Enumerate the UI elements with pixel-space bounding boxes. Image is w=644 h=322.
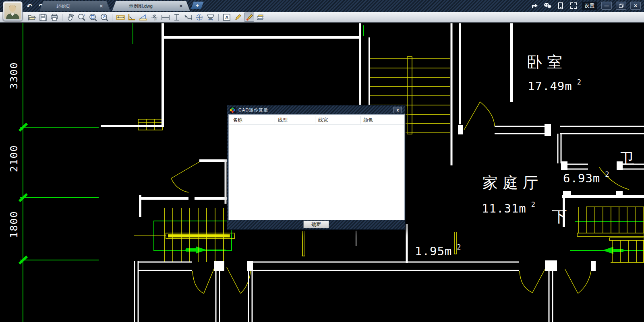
user-avatar[interactable] — [3, 1, 23, 21]
tab-close-icon[interactable]: ✕ — [99, 4, 103, 9]
dimension-label: 1800 — [8, 208, 20, 241]
wechat-icon[interactable] — [543, 1, 552, 10]
text-button[interactable]: A — [222, 12, 232, 22]
svg-text:±: ± — [83, 13, 85, 17]
column-divider — [315, 116, 315, 124]
layer-manager-dialog: CAD迷你算量 x 名称 线型 线宽 颜色 确定 — [227, 105, 406, 230]
zoom-window-button[interactable] — [88, 12, 98, 22]
back-arrow-icon[interactable]: ↶ — [25, 2, 34, 10]
svg-text:A: A — [225, 14, 229, 20]
toolbar: ± Y A — [0, 12, 644, 23]
layers-button[interactable] — [255, 12, 265, 22]
titlebar: ↶ ↷ 起始页 ✕ 示例图.dwg ✕ + 设置 — ✕ — [0, 0, 644, 12]
dimension-label: 2100 — [8, 142, 20, 175]
tab-start-page[interactable]: 起始页 ✕ — [39, 1, 110, 11]
measure-angle-button[interactable] — [126, 12, 137, 22]
settings-button[interactable]: 设置 — [582, 2, 597, 10]
dialog-footer: 确定 — [227, 219, 405, 229]
tab-label: 起始页 — [56, 3, 70, 9]
room-area-bedroom: 17.49m2 — [528, 78, 582, 93]
dialog-title: CAD迷你算量 — [238, 107, 268, 113]
column-divider — [360, 116, 360, 124]
stair-arrows — [186, 246, 623, 254]
print-button[interactable] — [49, 12, 59, 22]
count-button[interactable] — [205, 12, 215, 22]
column-lineweight: 线宽 — [318, 117, 328, 124]
stair-down-label: 下 — [552, 206, 567, 227]
brush-button[interactable] — [244, 12, 254, 22]
measure-area-button[interactable] — [138, 12, 148, 22]
room-label-family-hall: 家庭厅 — [482, 173, 543, 193]
room-area-tiny: 1.95m2 — [415, 243, 462, 258]
room-label-bedroom: 卧室 — [527, 52, 567, 72]
minimize-button[interactable]: — — [601, 2, 612, 10]
new-tab-button[interactable]: + — [191, 2, 204, 9]
app-logo-icon — [230, 107, 236, 113]
zoom-in-out-button[interactable]: ± — [77, 12, 87, 22]
column-divider — [275, 116, 275, 124]
tab-drawing-file[interactable]: 示例图.dwg ✕ — [112, 1, 190, 11]
column-name: 名称 — [233, 117, 242, 124]
fullscreen-icon[interactable] — [569, 1, 578, 10]
dimension-vertical-button[interactable] — [172, 12, 182, 22]
pencil-button[interactable] — [233, 12, 243, 22]
open-button[interactable] — [27, 12, 37, 22]
toolbar-separator — [62, 14, 62, 21]
room-area-small: 6.93m2 — [563, 170, 610, 185]
ok-button[interactable]: 确定 — [303, 221, 329, 228]
save-button[interactable] — [38, 12, 48, 22]
dimension-horizontal-button[interactable] — [160, 12, 170, 22]
column-linetype: 线型 — [278, 117, 288, 124]
dialog-titlebar[interactable]: CAD迷你算量 — [227, 105, 405, 114]
pan-button[interactable] — [65, 12, 75, 22]
measure-coordinate-button[interactable]: Y — [149, 12, 159, 22]
zoom-extents-button[interactable] — [99, 12, 109, 22]
layer-table-header: 名称 线型 线宽 颜色 — [229, 115, 404, 125]
tab-label: 示例图.dwg — [129, 3, 153, 9]
mobile-icon[interactable] — [556, 1, 565, 10]
svg-text:Y: Y — [155, 18, 157, 21]
avatar-image — [4, 3, 21, 19]
toolbar-separator — [112, 14, 112, 21]
toolbar-separator — [218, 14, 219, 21]
dialog-body: 名称 线型 线宽 颜色 — [228, 114, 405, 220]
dialog-close-button[interactable]: x — [393, 107, 402, 113]
bathroom-label: 卫 — [619, 149, 634, 169]
center-mark-button[interactable] — [194, 12, 204, 22]
tab-close-icon[interactable]: ✕ — [179, 4, 183, 9]
dimension-label: 3300 — [8, 60, 20, 92]
close-button[interactable]: ✕ — [630, 2, 641, 10]
measure-length-button[interactable] — [115, 12, 125, 22]
column-color: 颜色 — [363, 117, 373, 124]
share-icon[interactable] — [530, 1, 539, 10]
room-area-family-hall: 11.31m2 — [482, 200, 536, 215]
restore-button[interactable] — [616, 2, 626, 10]
leader-button[interactable] — [183, 12, 193, 22]
